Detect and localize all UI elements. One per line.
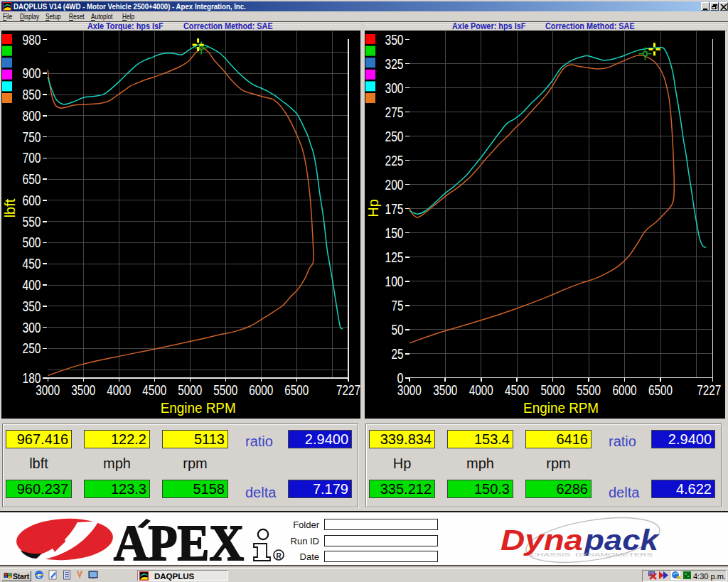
svg-text:3500: 3500 xyxy=(433,382,457,398)
svg-text:6500: 6500 xyxy=(648,382,673,398)
svg-text:6500: 6500 xyxy=(284,382,309,398)
svg-text:lbft: lbft xyxy=(2,198,18,217)
svg-text:Engine RPM: Engine RPM xyxy=(523,400,599,416)
svg-text:700: 700 xyxy=(23,150,41,166)
svg-text:3500: 3500 xyxy=(71,382,95,398)
svg-text:25: 25 xyxy=(392,346,404,362)
svg-text:3000: 3000 xyxy=(397,382,422,398)
svg-text:6000: 6000 xyxy=(249,382,273,398)
svg-text:225: 225 xyxy=(385,153,404,168)
svg-text:Engine RPM: Engine RPM xyxy=(161,400,236,416)
svg-text:5000: 5000 xyxy=(178,382,202,398)
svg-text:325: 325 xyxy=(385,56,404,72)
svg-text:250: 250 xyxy=(385,129,404,144)
svg-text:275: 275 xyxy=(385,104,404,120)
svg-text:R: R xyxy=(276,552,282,560)
svg-text:150: 150 xyxy=(385,225,404,241)
svg-text:100: 100 xyxy=(385,274,404,289)
svg-text:250: 250 xyxy=(23,340,41,356)
svg-text:850: 850 xyxy=(23,87,41,102)
svg-text:6000: 6000 xyxy=(613,382,637,398)
svg-text:800: 800 xyxy=(23,108,41,124)
svg-text:650: 650 xyxy=(23,171,41,187)
svg-text:APEX: APEX xyxy=(114,514,244,566)
svg-text:4500: 4500 xyxy=(142,382,166,398)
svg-text:7227: 7227 xyxy=(336,382,360,398)
svg-text:50: 50 xyxy=(392,322,404,338)
svg-text:500: 500 xyxy=(23,235,41,250)
svg-text:900: 900 xyxy=(23,65,41,81)
svg-text:7227: 7227 xyxy=(697,382,721,398)
svg-text:75: 75 xyxy=(392,298,404,313)
svg-text:5000: 5000 xyxy=(541,382,565,398)
svg-text:5500: 5500 xyxy=(213,382,237,398)
svg-text:4500: 4500 xyxy=(505,382,529,398)
svg-text:350: 350 xyxy=(385,32,404,48)
svg-text:3000: 3000 xyxy=(36,382,60,398)
svg-text:980: 980 xyxy=(23,32,41,48)
svg-text:400: 400 xyxy=(23,277,41,293)
svg-text:5500: 5500 xyxy=(577,382,601,398)
svg-text:750: 750 xyxy=(23,129,41,145)
svg-text:CHASSIS DYNAMOMETERS: CHASSIS DYNAMOMETERS xyxy=(530,551,653,558)
svg-text:300: 300 xyxy=(23,320,41,335)
svg-text:350: 350 xyxy=(23,298,41,314)
svg-text:Hp: Hp xyxy=(365,199,381,217)
svg-text:125: 125 xyxy=(385,249,404,265)
svg-text:300: 300 xyxy=(385,80,404,96)
svg-text:175: 175 xyxy=(385,201,404,217)
svg-text:550: 550 xyxy=(23,214,41,230)
svg-text:4000: 4000 xyxy=(107,382,131,398)
svg-text:450: 450 xyxy=(23,256,41,271)
svg-text:4000: 4000 xyxy=(469,382,493,398)
svg-text:e: e xyxy=(38,571,41,579)
svg-text:200: 200 xyxy=(385,177,404,193)
svg-text:600: 600 xyxy=(23,193,41,208)
